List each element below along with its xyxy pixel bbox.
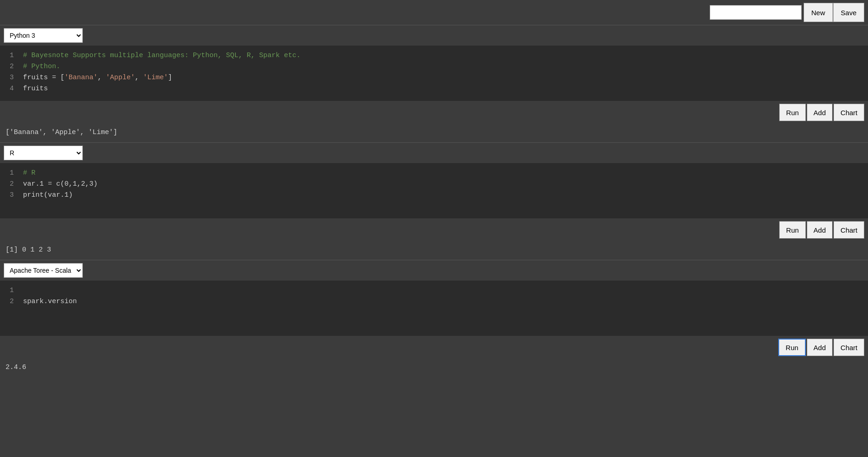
- top-bar-right: New Save: [710, 3, 864, 22]
- line-number: 1: [0, 168, 23, 179]
- line-number: 4: [0, 83, 23, 94]
- cell-3-header: Python 3 R SQL Apache Toree - Scala: [0, 260, 868, 281]
- cell-1-footer: Run Add Chart: [0, 101, 868, 124]
- cell-2-footer: Run Add Chart: [0, 218, 868, 241]
- line-number: 2: [0, 179, 23, 190]
- code-line: 2 var.1 = c(0,1,2,3): [0, 179, 868, 190]
- line-content: fruits: [23, 83, 48, 94]
- cell-3-language-select[interactable]: Python 3 R SQL Apache Toree - Scala: [4, 263, 83, 278]
- top-bar: New Save: [0, 0, 868, 25]
- cell-2-output: [1] 0 1 2 3: [0, 241, 868, 260]
- cell-2-chart-button[interactable]: Chart: [833, 221, 864, 239]
- code-line: 1 # Bayesnote Supports multiple language…: [0, 50, 868, 61]
- cell-3-run-button[interactable]: Run: [778, 339, 806, 356]
- line-number: 3: [0, 72, 23, 83]
- new-button[interactable]: New: [804, 3, 833, 22]
- line-number: 1: [0, 50, 23, 61]
- cell-1-code: 1 # Bayesnote Supports multiple language…: [0, 46, 868, 101]
- line-content: var.1 = c(0,1,2,3): [23, 179, 98, 190]
- line-content: # Python.: [23, 61, 60, 72]
- cell-1-header: Python 3 R SQL Apache Toree - Scala: [0, 25, 868, 46]
- save-button[interactable]: Save: [833, 3, 864, 22]
- cell-1-chart-button[interactable]: Chart: [833, 104, 864, 121]
- code-line: 2 # Python.: [0, 61, 868, 72]
- cell-2-run-button[interactable]: Run: [779, 221, 806, 239]
- cell-1-language-select[interactable]: Python 3 R SQL Apache Toree - Scala: [4, 28, 83, 43]
- code-line: 3 print(var.1): [0, 190, 868, 201]
- cell-1-run-button[interactable]: Run: [779, 104, 806, 121]
- cell-3: Python 3 R SQL Apache Toree - Scala 1 2 …: [0, 260, 868, 377]
- line-number: 2: [0, 61, 23, 72]
- cell-3-output: 2.4.6: [0, 359, 868, 377]
- cell-2-header: Python 3 R SQL Apache Toree - Scala: [0, 143, 868, 163]
- cell-1-output: ['Banana', 'Apple', 'Lime']: [0, 124, 868, 142]
- code-line: 3 fruits = ['Banana', 'Apple', 'Lime']: [0, 72, 868, 83]
- cell-1: Python 3 R SQL Apache Toree - Scala 1 # …: [0, 25, 868, 142]
- code-line: 4 fruits: [0, 83, 868, 94]
- line-content: # Bayesnote Supports multiple languages:…: [23, 50, 301, 61]
- line-content: # R: [23, 168, 35, 179]
- line-content: spark.version: [23, 296, 77, 307]
- cells-container: Python 3 R SQL Apache Toree - Scala 1 # …: [0, 25, 868, 377]
- code-line: 2 spark.version: [0, 296, 868, 307]
- cell-3-footer: Run Add Chart: [0, 336, 868, 359]
- cell-2-language-select[interactable]: Python 3 R SQL Apache Toree - Scala: [4, 146, 83, 160]
- cell-2-code: 1 # R 2 var.1 = c(0,1,2,3) 3 print(var.1…: [0, 163, 868, 218]
- cell-3-code: 1 2 spark.version: [0, 281, 868, 336]
- code-line: 1 # R: [0, 168, 868, 179]
- line-content: print(var.1): [23, 190, 73, 201]
- line-number: 2: [0, 296, 23, 307]
- line-number: 1: [0, 285, 23, 296]
- cell-2: Python 3 R SQL Apache Toree - Scala 1 # …: [0, 143, 868, 260]
- cell-1-add-button[interactable]: Add: [807, 104, 833, 121]
- cell-2-add-button[interactable]: Add: [807, 221, 833, 239]
- cell-3-add-button[interactable]: Add: [807, 339, 833, 356]
- notebook-title-input[interactable]: [710, 5, 802, 20]
- code-line: 1: [0, 285, 868, 296]
- cell-3-chart-button[interactable]: Chart: [833, 339, 864, 356]
- line-content: fruits = ['Banana', 'Apple', 'Lime']: [23, 72, 172, 83]
- line-number: 3: [0, 190, 23, 201]
